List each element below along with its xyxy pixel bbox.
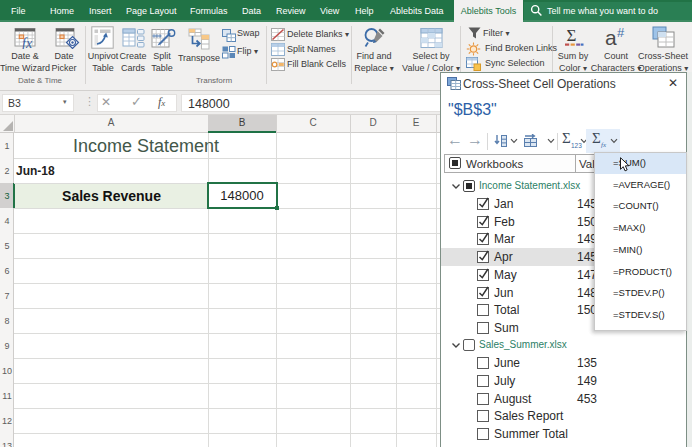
svg-text:fx: fx <box>22 36 33 50</box>
svg-text:#: # <box>617 26 625 40</box>
svg-text:Σ: Σ <box>567 26 577 45</box>
svg-text:a: a <box>605 26 617 49</box>
